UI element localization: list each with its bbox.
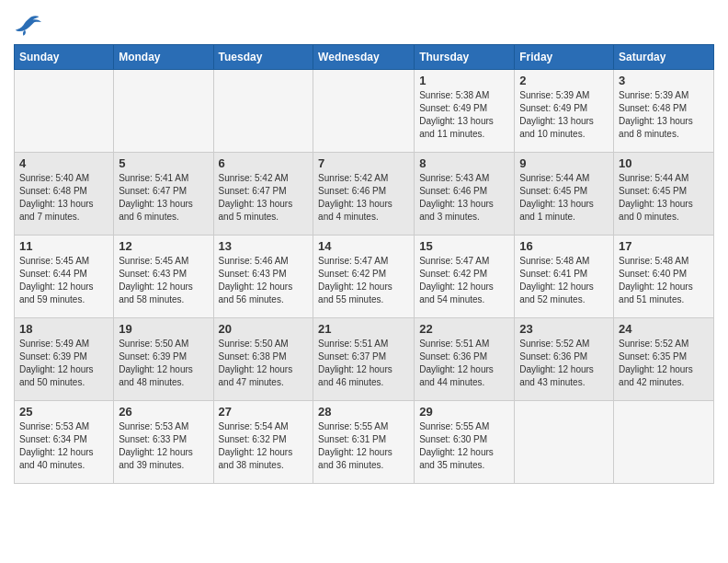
- day-info: Sunrise: 5:49 AM Sunset: 6:39 PM Dayligh…: [19, 338, 108, 389]
- day-number: 21: [318, 322, 409, 336]
- calendar-cell: 28Sunrise: 5:55 AM Sunset: 6:31 PM Dayli…: [313, 401, 415, 484]
- calendar-cell: 1Sunrise: 5:38 AM Sunset: 6:49 PM Daylig…: [415, 70, 515, 153]
- day-info: Sunrise: 5:39 AM Sunset: 6:48 PM Dayligh…: [619, 89, 709, 141]
- day-info: Sunrise: 5:44 AM Sunset: 6:45 PM Dayligh…: [519, 172, 609, 224]
- day-number: 9: [519, 156, 609, 170]
- day-info: Sunrise: 5:48 AM Sunset: 6:41 PM Dayligh…: [519, 255, 609, 306]
- day-info: Sunrise: 5:44 AM Sunset: 6:45 PM Dayligh…: [619, 172, 709, 224]
- day-number: 3: [619, 74, 709, 87]
- header-cell-wednesday: Wednesday: [313, 45, 415, 70]
- day-number: 26: [119, 405, 208, 419]
- calendar-week-row: 4Sunrise: 5:40 AM Sunset: 6:48 PM Daylig…: [15, 153, 714, 236]
- calendar-cell: 25Sunrise: 5:53 AM Sunset: 6:34 PM Dayli…: [15, 401, 114, 484]
- day-info: Sunrise: 5:47 AM Sunset: 6:42 PM Dayligh…: [318, 255, 409, 306]
- calendar-cell: 13Sunrise: 5:46 AM Sunset: 6:43 PM Dayli…: [213, 236, 313, 318]
- calendar-week-row: 1Sunrise: 5:38 AM Sunset: 6:49 PM Daylig…: [15, 70, 714, 153]
- calendar-cell: 4Sunrise: 5:40 AM Sunset: 6:48 PM Daylig…: [15, 153, 114, 236]
- calendar-cell: 19Sunrise: 5:50 AM Sunset: 6:39 PM Dayli…: [114, 318, 213, 401]
- day-number: 16: [519, 239, 609, 253]
- calendar-cell: [614, 401, 714, 484]
- day-info: Sunrise: 5:48 AM Sunset: 6:40 PM Dayligh…: [619, 255, 709, 306]
- day-number: 10: [619, 156, 709, 170]
- calendar-cell: 15Sunrise: 5:47 AM Sunset: 6:42 PM Dayli…: [415, 236, 515, 318]
- calendar-header-row: SundayMondayTuesdayWednesdayThursdayFrid…: [15, 45, 714, 70]
- calendar-cell: 2Sunrise: 5:39 AM Sunset: 6:49 PM Daylig…: [515, 70, 614, 153]
- day-info: Sunrise: 5:52 AM Sunset: 6:35 PM Dayligh…: [619, 338, 709, 389]
- day-number: 1: [419, 74, 509, 87]
- day-info: Sunrise: 5:52 AM Sunset: 6:36 PM Dayligh…: [519, 338, 609, 389]
- header-cell-thursday: Thursday: [415, 45, 515, 70]
- day-number: 6: [219, 156, 309, 170]
- calendar-cell: 3Sunrise: 5:39 AM Sunset: 6:48 PM Daylig…: [614, 70, 714, 153]
- header-cell-monday: Monday: [114, 45, 213, 70]
- day-number: 17: [619, 239, 709, 253]
- day-number: 29: [419, 405, 509, 419]
- calendar-cell: [114, 70, 213, 153]
- header-cell-saturday: Saturday: [614, 45, 714, 70]
- logo-bird-icon: [14, 14, 41, 37]
- day-info: Sunrise: 5:51 AM Sunset: 6:36 PM Dayligh…: [419, 338, 509, 389]
- day-number: 5: [119, 156, 208, 170]
- logo: [14, 14, 43, 37]
- header-cell-tuesday: Tuesday: [213, 45, 313, 70]
- day-number: 23: [519, 322, 609, 336]
- day-number: 12: [119, 239, 208, 253]
- day-info: Sunrise: 5:40 AM Sunset: 6:48 PM Dayligh…: [19, 172, 108, 224]
- day-info: Sunrise: 5:38 AM Sunset: 6:49 PM Dayligh…: [419, 89, 509, 141]
- calendar-cell: 17Sunrise: 5:48 AM Sunset: 6:40 PM Dayli…: [614, 236, 714, 318]
- day-info: Sunrise: 5:55 AM Sunset: 6:31 PM Dayligh…: [318, 420, 409, 472]
- day-info: Sunrise: 5:46 AM Sunset: 6:43 PM Dayligh…: [219, 255, 309, 306]
- calendar-cell: 16Sunrise: 5:48 AM Sunset: 6:41 PM Dayli…: [515, 236, 614, 318]
- header-cell-friday: Friday: [515, 45, 614, 70]
- day-number: 4: [19, 156, 108, 170]
- calendar-cell: [515, 401, 614, 484]
- day-info: Sunrise: 5:55 AM Sunset: 6:30 PM Dayligh…: [419, 420, 509, 472]
- page-header: [14, 9, 714, 37]
- day-info: Sunrise: 5:50 AM Sunset: 6:39 PM Dayligh…: [119, 338, 208, 389]
- day-info: Sunrise: 5:51 AM Sunset: 6:37 PM Dayligh…: [318, 338, 409, 389]
- calendar-cell: 6Sunrise: 5:42 AM Sunset: 6:47 PM Daylig…: [213, 153, 313, 236]
- day-number: 13: [219, 239, 309, 253]
- day-info: Sunrise: 5:50 AM Sunset: 6:38 PM Dayligh…: [219, 338, 309, 389]
- day-info: Sunrise: 5:45 AM Sunset: 6:44 PM Dayligh…: [19, 255, 108, 306]
- day-info: Sunrise: 5:43 AM Sunset: 6:46 PM Dayligh…: [419, 172, 509, 224]
- day-number: 28: [318, 405, 409, 419]
- calendar-week-row: 11Sunrise: 5:45 AM Sunset: 6:44 PM Dayli…: [15, 236, 714, 318]
- day-info: Sunrise: 5:47 AM Sunset: 6:42 PM Dayligh…: [419, 255, 509, 306]
- day-info: Sunrise: 5:39 AM Sunset: 6:49 PM Dayligh…: [519, 89, 609, 141]
- day-number: 24: [619, 322, 709, 336]
- calendar-cell: [313, 70, 415, 153]
- calendar-cell: [15, 70, 114, 153]
- day-number: 15: [419, 239, 509, 253]
- day-number: 2: [519, 74, 609, 87]
- day-number: 19: [119, 322, 208, 336]
- calendar-cell: [213, 70, 313, 153]
- day-info: Sunrise: 5:42 AM Sunset: 6:47 PM Dayligh…: [219, 172, 309, 224]
- day-number: 18: [19, 322, 108, 336]
- calendar-cell: 24Sunrise: 5:52 AM Sunset: 6:35 PM Dayli…: [614, 318, 714, 401]
- calendar-cell: 18Sunrise: 5:49 AM Sunset: 6:39 PM Dayli…: [15, 318, 114, 401]
- calendar-cell: 21Sunrise: 5:51 AM Sunset: 6:37 PM Dayli…: [313, 318, 415, 401]
- calendar-cell: 23Sunrise: 5:52 AM Sunset: 6:36 PM Dayli…: [515, 318, 614, 401]
- day-number: 27: [219, 405, 309, 419]
- calendar-table: SundayMondayTuesdayWednesdayThursdayFrid…: [14, 44, 714, 484]
- calendar-cell: 22Sunrise: 5:51 AM Sunset: 6:36 PM Dayli…: [415, 318, 515, 401]
- day-number: 8: [419, 156, 509, 170]
- calendar-cell: 27Sunrise: 5:54 AM Sunset: 6:32 PM Dayli…: [213, 401, 313, 484]
- calendar-cell: 29Sunrise: 5:55 AM Sunset: 6:30 PM Dayli…: [415, 401, 515, 484]
- calendar-cell: 14Sunrise: 5:47 AM Sunset: 6:42 PM Dayli…: [313, 236, 415, 318]
- calendar-week-row: 18Sunrise: 5:49 AM Sunset: 6:39 PM Dayli…: [15, 318, 714, 401]
- day-number: 20: [219, 322, 309, 336]
- calendar-cell: 9Sunrise: 5:44 AM Sunset: 6:45 PM Daylig…: [515, 153, 614, 236]
- day-info: Sunrise: 5:41 AM Sunset: 6:47 PM Dayligh…: [119, 172, 208, 224]
- header-cell-sunday: Sunday: [15, 45, 114, 70]
- calendar-cell: 10Sunrise: 5:44 AM Sunset: 6:45 PM Dayli…: [614, 153, 714, 236]
- calendar-cell: 5Sunrise: 5:41 AM Sunset: 6:47 PM Daylig…: [114, 153, 213, 236]
- day-info: Sunrise: 5:53 AM Sunset: 6:34 PM Dayligh…: [19, 420, 108, 472]
- day-info: Sunrise: 5:42 AM Sunset: 6:46 PM Dayligh…: [318, 172, 409, 224]
- calendar-cell: 11Sunrise: 5:45 AM Sunset: 6:44 PM Dayli…: [15, 236, 114, 318]
- day-number: 22: [419, 322, 509, 336]
- calendar-cell: 20Sunrise: 5:50 AM Sunset: 6:38 PM Dayli…: [213, 318, 313, 401]
- day-info: Sunrise: 5:53 AM Sunset: 6:33 PM Dayligh…: [119, 420, 208, 472]
- day-number: 25: [19, 405, 108, 419]
